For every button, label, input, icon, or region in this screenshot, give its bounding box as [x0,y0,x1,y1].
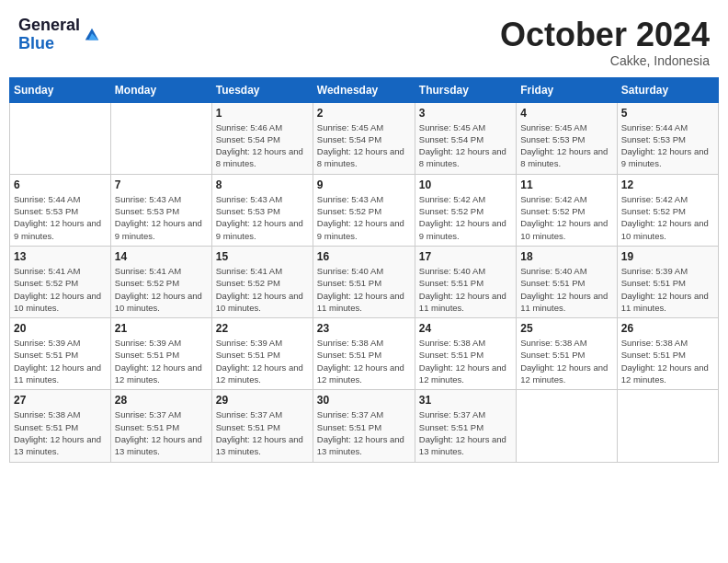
day-info: Sunrise: 5:44 AM Sunset: 5:53 PM Dayligh… [14,193,107,242]
weekday-header-row: SundayMondayTuesdayWednesdayThursdayFrid… [10,77,719,102]
day-number: 9 [317,178,411,191]
day-info: Sunrise: 5:38 AM Sunset: 5:51 PM Dayligh… [317,337,411,385]
day-number: 29 [216,394,309,407]
logo-icon [84,27,100,43]
day-number: 22 [216,322,309,335]
calendar-week-row: 27Sunrise: 5:38 AM Sunset: 5:51 PM Dayli… [10,390,719,462]
day-number: 17 [419,250,512,263]
day-info: Sunrise: 5:43 AM Sunset: 5:53 PM Dayligh… [115,193,208,242]
calendar-week-row: 13Sunrise: 5:41 AM Sunset: 5:52 PM Dayli… [10,246,719,317]
calendar-cell: 23Sunrise: 5:38 AM Sunset: 5:51 PM Dayli… [313,318,415,390]
weekday-header-friday: Friday [517,77,617,102]
calendar-cell: 25Sunrise: 5:38 AM Sunset: 5:51 PM Dayli… [517,318,617,390]
day-number: 31 [419,394,512,407]
calendar-cell: 2Sunrise: 5:45 AM Sunset: 5:54 PM Daylig… [313,102,415,174]
calendar-cell: 1Sunrise: 5:46 AM Sunset: 5:54 PM Daylig… [211,102,313,174]
calendar-cell: 8Sunrise: 5:43 AM Sunset: 5:53 PM Daylig… [211,174,313,246]
day-info: Sunrise: 5:39 AM Sunset: 5:51 PM Dayligh… [14,337,107,385]
day-info: Sunrise: 5:39 AM Sunset: 5:51 PM Dayligh… [115,337,208,385]
calendar-cell: 16Sunrise: 5:40 AM Sunset: 5:51 PM Dayli… [313,246,415,317]
day-number: 26 [621,322,714,335]
calendar-cell: 17Sunrise: 5:40 AM Sunset: 5:51 PM Dayli… [415,246,516,317]
calendar-cell: 13Sunrise: 5:41 AM Sunset: 5:52 PM Dayli… [10,246,111,317]
day-number: 3 [419,107,512,120]
day-info: Sunrise: 5:42 AM Sunset: 5:52 PM Dayligh… [520,193,612,242]
day-number: 19 [621,250,714,263]
day-info: Sunrise: 5:45 AM Sunset: 5:53 PM Dayligh… [520,121,612,170]
weekday-header-thursday: Thursday [415,77,516,102]
calendar-cell: 3Sunrise: 5:45 AM Sunset: 5:54 PM Daylig… [415,102,516,174]
day-info: Sunrise: 5:37 AM Sunset: 5:51 PM Dayligh… [216,408,309,457]
logo: General Blue [18,17,100,53]
calendar-week-row: 20Sunrise: 5:39 AM Sunset: 5:51 PM Dayli… [10,318,719,390]
calendar-cell: 20Sunrise: 5:39 AM Sunset: 5:51 PM Dayli… [10,318,111,390]
calendar-cell: 30Sunrise: 5:37 AM Sunset: 5:51 PM Dayli… [313,390,415,462]
calendar-cell: 31Sunrise: 5:37 AM Sunset: 5:51 PM Dayli… [415,390,516,462]
day-info: Sunrise: 5:41 AM Sunset: 5:52 PM Dayligh… [14,265,107,314]
day-info: Sunrise: 5:41 AM Sunset: 5:52 PM Dayligh… [216,265,309,314]
calendar-cell: 15Sunrise: 5:41 AM Sunset: 5:52 PM Dayli… [211,246,313,317]
day-info: Sunrise: 5:37 AM Sunset: 5:51 PM Dayligh… [115,408,208,457]
day-number: 10 [419,178,512,191]
calendar-cell: 14Sunrise: 5:41 AM Sunset: 5:52 PM Dayli… [110,246,211,317]
day-info: Sunrise: 5:37 AM Sunset: 5:51 PM Dayligh… [419,408,512,457]
day-number: 21 [115,322,208,335]
calendar-cell: 7Sunrise: 5:43 AM Sunset: 5:53 PM Daylig… [110,174,211,246]
calendar-cell [617,390,718,462]
day-number: 23 [317,322,411,335]
day-info: Sunrise: 5:42 AM Sunset: 5:52 PM Dayligh… [621,193,714,242]
day-info: Sunrise: 5:38 AM Sunset: 5:51 PM Dayligh… [419,337,512,385]
day-info: Sunrise: 5:39 AM Sunset: 5:51 PM Dayligh… [621,265,714,314]
calendar-cell: 4Sunrise: 5:45 AM Sunset: 5:53 PM Daylig… [517,102,617,174]
calendar-cell: 22Sunrise: 5:39 AM Sunset: 5:51 PM Dayli… [211,318,313,390]
day-info: Sunrise: 5:46 AM Sunset: 5:54 PM Dayligh… [216,121,309,170]
day-number: 2 [317,107,411,120]
calendar-cell: 26Sunrise: 5:38 AM Sunset: 5:51 PM Dayli… [617,318,718,390]
day-number: 24 [419,322,512,335]
calendar-cell: 28Sunrise: 5:37 AM Sunset: 5:51 PM Dayli… [110,390,211,462]
weekday-header-sunday: Sunday [10,77,111,102]
weekday-header-wednesday: Wednesday [313,77,415,102]
weekday-header-saturday: Saturday [617,77,718,102]
calendar-cell: 9Sunrise: 5:43 AM Sunset: 5:52 PM Daylig… [313,174,415,246]
day-number: 30 [317,394,411,407]
day-number: 18 [520,250,612,263]
day-number: 8 [216,178,309,191]
day-info: Sunrise: 5:38 AM Sunset: 5:51 PM Dayligh… [621,337,714,385]
day-number: 11 [520,178,612,191]
day-number: 13 [14,250,107,263]
day-number: 4 [520,107,612,120]
calendar-week-row: 1Sunrise: 5:46 AM Sunset: 5:54 PM Daylig… [10,102,719,174]
calendar-cell: 29Sunrise: 5:37 AM Sunset: 5:51 PM Dayli… [211,390,313,462]
calendar-cell: 21Sunrise: 5:39 AM Sunset: 5:51 PM Dayli… [110,318,211,390]
calendar-week-row: 6Sunrise: 5:44 AM Sunset: 5:53 PM Daylig… [10,174,719,246]
day-info: Sunrise: 5:44 AM Sunset: 5:53 PM Dayligh… [621,121,714,170]
day-number: 14 [115,250,208,263]
day-number: 6 [14,178,107,191]
location-subtitle: Cakke, Indonesia [500,53,710,68]
weekday-header-monday: Monday [110,77,211,102]
day-info: Sunrise: 5:38 AM Sunset: 5:51 PM Dayligh… [520,337,612,385]
day-info: Sunrise: 5:40 AM Sunset: 5:51 PM Dayligh… [419,265,512,314]
calendar-cell: 18Sunrise: 5:40 AM Sunset: 5:51 PM Dayli… [517,246,617,317]
day-info: Sunrise: 5:42 AM Sunset: 5:52 PM Dayligh… [419,193,512,242]
day-number: 25 [520,322,612,335]
logo-blue-text: Blue [18,35,80,53]
day-info: Sunrise: 5:40 AM Sunset: 5:51 PM Dayligh… [520,265,612,314]
day-info: Sunrise: 5:45 AM Sunset: 5:54 PM Dayligh… [317,121,411,170]
day-number: 7 [115,178,208,191]
calendar-table: SundayMondayTuesdayWednesdayThursdayFrid… [9,77,719,463]
calendar-cell: 11Sunrise: 5:42 AM Sunset: 5:52 PM Dayli… [517,174,617,246]
day-info: Sunrise: 5:39 AM Sunset: 5:51 PM Dayligh… [216,337,309,385]
calendar-cell: 6Sunrise: 5:44 AM Sunset: 5:53 PM Daylig… [10,174,111,246]
calendar-cell: 12Sunrise: 5:42 AM Sunset: 5:52 PM Dayli… [617,174,718,246]
day-number: 27 [14,394,107,407]
day-number: 5 [621,107,714,120]
calendar-cell: 24Sunrise: 5:38 AM Sunset: 5:51 PM Dayli… [415,318,516,390]
day-info: Sunrise: 5:38 AM Sunset: 5:51 PM Dayligh… [14,408,107,457]
calendar-cell: 27Sunrise: 5:38 AM Sunset: 5:51 PM Dayli… [10,390,111,462]
day-number: 1 [216,107,309,120]
day-number: 28 [115,394,208,407]
weekday-header-tuesday: Tuesday [211,77,313,102]
day-number: 15 [216,250,309,263]
